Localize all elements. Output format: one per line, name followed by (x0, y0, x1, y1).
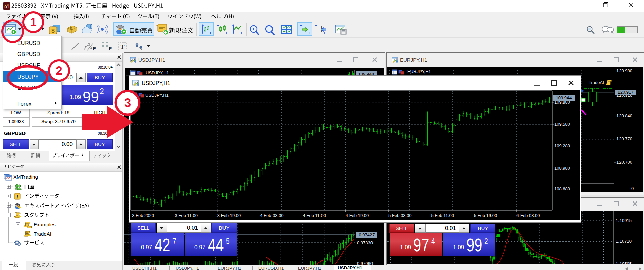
svg-text:E: E (93, 46, 96, 51)
svg-text:5: 5 (70, 27, 72, 31)
svg-text:T: T (121, 44, 125, 50)
svg-text:$: $ (51, 28, 55, 34)
svg-text:F: F (109, 46, 112, 51)
